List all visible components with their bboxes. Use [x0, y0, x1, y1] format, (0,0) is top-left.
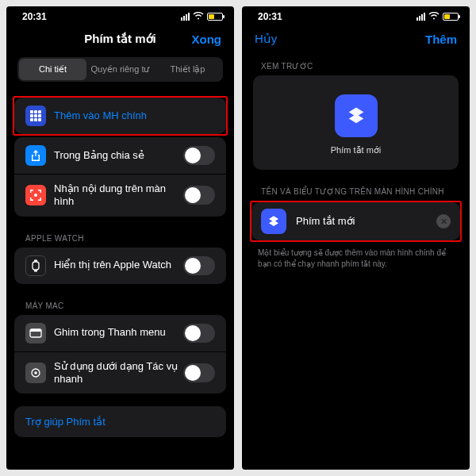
battery-icon	[443, 13, 459, 21]
wifi-icon	[193, 11, 204, 22]
highlight-name-row: Phím tắt mới ✕	[250, 201, 462, 242]
row-label: Nhận nội dung trên màn hình	[54, 182, 183, 209]
seg-setup[interactable]: Thiết lập	[154, 59, 221, 80]
toggle-share[interactable]	[183, 146, 215, 165]
svg-rect-6	[30, 118, 33, 121]
toggle-quick[interactable]	[183, 363, 215, 382]
svg-rect-3	[30, 114, 33, 117]
status-icons	[416, 11, 459, 22]
clock: 20:31	[258, 11, 282, 22]
row-label: Trong Bảng chia sẻ	[54, 149, 183, 162]
status-bar: 20:31	[242, 6, 470, 24]
toggle-watch[interactable]	[183, 256, 215, 275]
section-mac: MÁY MAC	[6, 297, 234, 315]
toggle-receive[interactable]	[183, 186, 215, 205]
gear-icon	[25, 363, 46, 383]
toggle-pin[interactable]	[183, 324, 215, 343]
section-name-icon: TÊN VÀ BIỂU TƯỢNG TRÊN MÀN HÌNH CHÍNH	[242, 182, 470, 201]
navbar: Phím tắt mới Xong	[6, 24, 234, 57]
menubar-icon	[25, 323, 46, 344]
row-add-to-home[interactable]: Thêm vào MH chính	[14, 98, 226, 134]
section-preview: XEM TRƯỚC	[242, 57, 470, 75]
clock: 20:31	[22, 11, 47, 22]
svg-rect-2	[38, 110, 41, 113]
row-share-sheet[interactable]: Trong Bảng chia sẻ	[14, 137, 226, 174]
svg-rect-10	[33, 262, 39, 270]
watch-icon	[25, 255, 46, 276]
status-icons	[181, 11, 223, 22]
svg-point-16	[34, 371, 37, 374]
svg-rect-12	[34, 270, 37, 271]
status-bar: 20:31	[6, 6, 234, 24]
done-button[interactable]: Xong	[182, 33, 221, 46]
preview-card: Phím tắt mới	[253, 75, 459, 170]
svg-rect-14	[30, 329, 41, 332]
svg-rect-0	[30, 110, 33, 113]
clear-icon[interactable]: ✕	[436, 214, 451, 228]
row-shortcut-name[interactable]: Phím tắt mới ✕	[251, 202, 460, 240]
row-label: Thêm vào MH chính	[54, 109, 215, 122]
description-text: Một biểu tượng sẽ được thêm vào màn hình…	[242, 242, 470, 275]
svg-rect-8	[38, 118, 41, 121]
segmented-control[interactable]: Chi tiết Quyền riêng tư Thiết lập	[17, 57, 223, 82]
row-receive-screen[interactable]: Nhận nội dung trên màn hình	[14, 174, 226, 217]
preview-label: Phím tắt mới	[331, 145, 382, 155]
highlight-add-home: Thêm vào MH chính	[13, 96, 228, 136]
svg-rect-1	[34, 110, 37, 113]
share-icon	[25, 145, 46, 166]
svg-point-9	[34, 194, 37, 197]
svg-rect-4	[34, 114, 37, 117]
capture-icon	[25, 185, 46, 205]
name-input[interactable]: Phím tắt mới	[296, 215, 436, 228]
page-title: Phím tắt mới	[59, 32, 182, 46]
add-button[interactable]: Thêm	[417, 33, 457, 46]
row-label: Sử dụng dưới dạng Tác vụ nhanh	[54, 360, 183, 386]
svg-rect-7	[34, 118, 37, 121]
row-label: Ghim trong Thanh menu	[54, 326, 183, 339]
cellular-icon	[181, 13, 190, 21]
seg-details[interactable]: Chi tiết	[19, 59, 86, 80]
row-label: Hiển thị trên Apple Watch	[54, 259, 183, 271]
screen-add-to-home: 20:31 Hủy Thêm XEM TRƯỚC Phím tắt mới TÊ…	[242, 6, 470, 470]
battery-icon	[207, 13, 223, 21]
wifi-icon	[428, 11, 440, 22]
cellular-icon	[416, 13, 425, 21]
row-pin-menu[interactable]: Ghim trong Thanh menu	[14, 315, 226, 351]
shortcut-app-icon	[335, 94, 378, 137]
shortcut-icon[interactable]	[261, 209, 286, 234]
cancel-button[interactable]: Hủy	[255, 32, 294, 46]
section-apple-watch: APPLE WATCH	[6, 229, 234, 248]
screen-details: 20:31 Phím tắt mới Xong Chi tiết Quyền r…	[6, 6, 234, 470]
home-grid-icon	[25, 106, 46, 126]
svg-rect-5	[38, 114, 41, 117]
svg-rect-11	[34, 259, 37, 261]
row-quick-action[interactable]: Sử dụng dưới dạng Tác vụ nhanh	[14, 351, 226, 394]
row-apple-watch[interactable]: Hiển thị trên Apple Watch	[14, 248, 226, 284]
row-help[interactable]: Trợ giúp Phím tắt	[14, 406, 226, 437]
navbar: Hủy Thêm	[242, 24, 470, 57]
seg-privacy[interactable]: Quyền riêng tư	[86, 59, 154, 80]
